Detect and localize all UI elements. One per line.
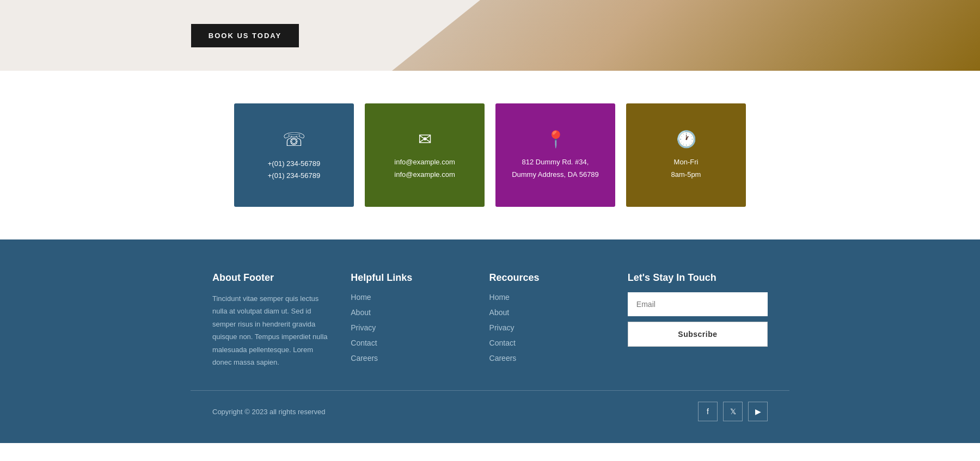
social-icons: f 𝕏 ▶ [698, 402, 768, 421]
youtube-icon-label: ▶ [755, 407, 761, 416]
list-item: Careers [351, 353, 467, 363]
phone-line-2: +(01) 234-56789 [268, 170, 321, 182]
link-privacy[interactable]: Privacy [351, 323, 376, 332]
address-line-2: Dummy Address, DA 56789 [512, 169, 599, 181]
footer-about-col: About Footer Tincidunt vitae semper quis… [212, 272, 329, 368]
list-item: Privacy [351, 323, 467, 333]
footer-bottom-wrapper: Copyright © 2023 all rights reserved f 𝕏… [0, 390, 980, 443]
address-line-1: 812 Dummy Rd. #34, [512, 156, 599, 168]
address-info: 812 Dummy Rd. #34, Dummy Address, DA 567… [512, 156, 599, 180]
phone-icon: ☏ [283, 128, 306, 150]
list-item: Home [489, 292, 606, 302]
email-line-1: info@example.com [394, 156, 455, 168]
footer: About Footer Tincidunt vitae semper quis… [0, 239, 980, 443]
footer-about-description: Tincidunt vitae semper quis lectus nulla… [212, 292, 329, 368]
list-item: Careers [489, 353, 606, 363]
email-icon: ✉ [418, 130, 432, 149]
facebook-icon[interactable]: f [698, 402, 718, 421]
hero-section: BOOK US TODAY [0, 0, 980, 71]
list-item: Contact [351, 338, 467, 348]
footer-links-title: Helpful Links [351, 272, 467, 284]
res-link-privacy[interactable]: Privacy [489, 323, 514, 332]
facebook-icon-label: f [707, 407, 709, 416]
link-careers[interactable]: Careers [351, 354, 378, 362]
hours-line-2: 8am-5pm [671, 169, 701, 181]
hours-info: Mon-Fri 8am-5pm [671, 156, 701, 180]
list-item: About [489, 308, 606, 317]
email-info: info@example.com info@example.com [394, 156, 455, 180]
map-icon: 📍 [546, 130, 566, 149]
twitter-icon[interactable]: 𝕏 [723, 402, 743, 421]
link-home[interactable]: Home [351, 293, 371, 302]
email-input[interactable] [628, 292, 768, 316]
footer-newsletter-col: Let's Stay In Touch Subscribe [628, 272, 768, 368]
link-about[interactable]: About [351, 308, 371, 317]
hours-line-1: Mon-Fri [671, 156, 701, 168]
email-card: ✉ info@example.com info@example.com [365, 103, 485, 207]
footer-newsletter-title: Let's Stay In Touch [628, 272, 768, 284]
book-button[interactable]: BOOK US TODAY [191, 24, 299, 47]
list-item: About [351, 308, 467, 317]
phone-line-1: +(01) 234-56789 [268, 158, 321, 170]
list-item: Contact [489, 338, 606, 348]
cards-section: ☏ +(01) 234-56789 +(01) 234-56789 ✉ info… [0, 71, 980, 239]
subscribe-button[interactable]: Subscribe [628, 322, 768, 347]
footer-inner: About Footer Tincidunt vitae semper quis… [191, 272, 789, 390]
phone-info: +(01) 234-56789 +(01) 234-56789 [268, 158, 321, 182]
res-link-contact[interactable]: Contact [489, 339, 516, 347]
footer-links-col: Helpful Links Home About Privacy Contact… [351, 272, 467, 368]
list-item: Home [351, 292, 467, 302]
footer-about-title: About Footer [212, 272, 329, 284]
footer-resources-col: Recources Home About Privacy Contact Car… [489, 272, 606, 368]
hours-card: 🕐 Mon-Fri 8am-5pm [626, 103, 746, 207]
link-contact[interactable]: Contact [351, 339, 377, 347]
footer-links-list: Home About Privacy Contact Careers [351, 292, 467, 363]
copyright-text: Copyright © 2023 all rights reserved [212, 408, 326, 416]
twitter-icon-label: 𝕏 [730, 407, 736, 416]
footer-resources-title: Recources [489, 272, 606, 284]
phone-card: ☏ +(01) 234-56789 +(01) 234-56789 [234, 103, 354, 207]
footer-resources-list: Home About Privacy Contact Careers [489, 292, 606, 363]
res-link-careers[interactable]: Careers [489, 354, 517, 362]
res-link-home[interactable]: Home [489, 293, 510, 302]
youtube-icon[interactable]: ▶ [748, 402, 768, 421]
res-link-about[interactable]: About [489, 308, 510, 317]
list-item: Privacy [489, 323, 606, 333]
clock-icon: 🕐 [676, 130, 696, 149]
footer-bottom: Copyright © 2023 all rights reserved f 𝕏… [191, 390, 789, 432]
address-card: 📍 812 Dummy Rd. #34, Dummy Address, DA 5… [495, 103, 615, 207]
email-line-2: info@example.com [394, 169, 455, 181]
